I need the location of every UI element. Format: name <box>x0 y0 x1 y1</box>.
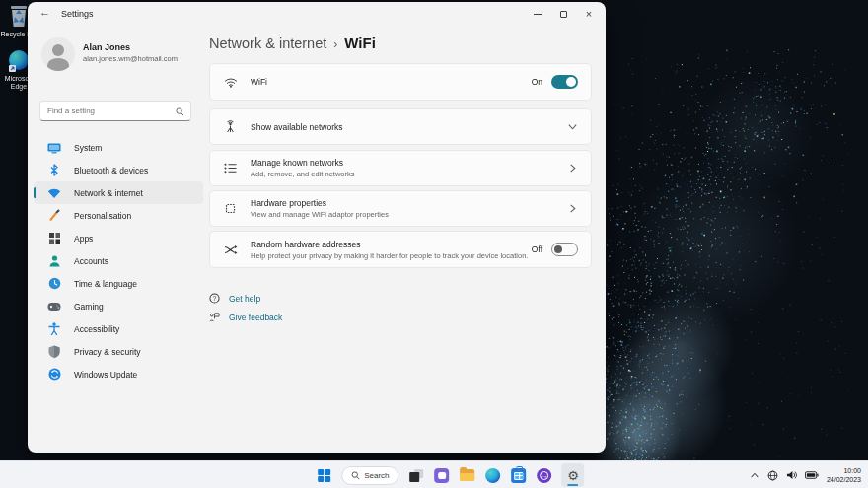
feedback-icon <box>209 312 221 322</box>
accessibility-icon <box>47 322 61 336</box>
tray-date: 24/02/2023 <box>827 475 861 484</box>
personalisation-icon <box>47 209 61 223</box>
card-subtitle: View and manage WiFi adaptor properties <box>251 210 546 219</box>
card-manage-known-networks[interactable]: Manage known networks Add, remove, and e… <box>209 150 592 186</box>
minimize-icon <box>534 14 542 15</box>
card-title: Show available networks <box>251 122 567 132</box>
folder-icon <box>461 469 475 481</box>
card-title: Random hardware addresses <box>251 240 532 249</box>
window-title: Settings <box>61 9 94 19</box>
maximize-icon <box>560 11 567 18</box>
speaker-icon[interactable] <box>786 470 797 480</box>
sidebar-item-accessibility[interactable]: Accessibility <box>34 317 203 340</box>
search-input[interactable] <box>47 103 176 119</box>
broadcast-icon <box>223 120 238 133</box>
privacy-icon <box>47 345 61 359</box>
close-icon: × <box>586 9 592 20</box>
minimize-button[interactable] <box>525 2 550 26</box>
breadcrumb: Network & internet › WiFi <box>209 35 606 51</box>
random-hw-toggle[interactable] <box>551 243 578 256</box>
tray-clock[interactable]: 10:00 24/02/2023 <box>827 466 861 484</box>
close-button[interactable]: × <box>576 2 602 26</box>
settings-main-panel: Network & internet › WiFi WiFi On Show a… <box>209 26 606 453</box>
network-icon <box>47 186 61 200</box>
search-box[interactable] <box>39 101 191 121</box>
page-title: WiFi <box>344 35 376 51</box>
wifi-icon <box>223 76 238 88</box>
maximize-button[interactable] <box>550 2 576 26</box>
breadcrumb-separator: › <box>333 37 337 51</box>
accounts-icon <box>47 254 61 268</box>
sidebar-item-privacy-security[interactable]: Privacy & security <box>34 340 203 363</box>
tray-time: 10:00 <box>827 466 861 475</box>
file-explorer-button[interactable] <box>460 467 476 484</box>
breadcrumb-parent[interactable]: Network & internet <box>209 35 326 51</box>
chevron-right-icon <box>567 163 578 174</box>
settings-window: ← Settings × Alan Jones alan.jones.wm@ho… <box>28 2 606 453</box>
edge-button[interactable] <box>485 467 502 484</box>
taskbar: Search → ⚙ 10:00 24/02/2023 <box>0 460 868 488</box>
sidebar-item-apps[interactable]: Apps <box>34 227 203 249</box>
sidebar-item-accounts[interactable]: Accounts <box>34 249 203 272</box>
card-hardware-properties[interactable]: Hardware properties View and manage WiFi… <box>209 190 592 227</box>
tray-chevron-up-icon[interactable] <box>750 471 760 479</box>
card-subtitle: Help protect your privacy by making it h… <box>251 251 532 260</box>
get-help-link[interactable]: ? Get help <box>209 293 606 304</box>
windows-logo-icon <box>318 469 330 482</box>
system-icon <box>47 141 61 155</box>
start-button[interactable] <box>316 467 332 484</box>
taskbar-search[interactable]: Search <box>341 466 398 485</box>
chevron-right-icon <box>567 203 578 214</box>
give-feedback-link[interactable]: Give feedback <box>209 312 606 322</box>
svg-text:?: ? <box>213 295 217 302</box>
sidebar-item-personalisation[interactable]: Personalisation <box>34 204 203 227</box>
settings-sidebar: Alan Jones alan.jones.wm@hotmail.com Sys… <box>28 26 209 453</box>
sidebar-nav: System Bluetooth & devices Network & int… <box>28 136 209 385</box>
list-icon <box>223 163 238 174</box>
task-view-button[interactable] <box>408 467 425 484</box>
active-app-indicator <box>568 484 579 486</box>
sidebar-item-system[interactable]: System <box>34 136 203 159</box>
card-random-hardware-addresses: Random hardware addresses Help protect y… <box>209 231 592 268</box>
bluetooth-icon <box>47 164 61 177</box>
battery-icon[interactable] <box>805 471 819 479</box>
gaming-icon <box>47 300 61 314</box>
search-icon <box>176 107 184 116</box>
store-icon <box>512 468 527 483</box>
search-icon <box>351 471 360 480</box>
card-title: Manage known networks <box>251 158 567 168</box>
sidebar-item-gaming[interactable]: Gaming <box>34 295 203 317</box>
card-title: Hardware properties <box>251 198 567 208</box>
edge-icon <box>486 468 501 483</box>
time-language-icon <box>47 277 61 291</box>
shuffle-icon <box>223 244 238 255</box>
sidebar-item-time-language[interactable]: Time & language <box>34 272 203 295</box>
settings-app-button-active[interactable]: ⚙ <box>562 463 585 487</box>
card-wifi: WiFi On <box>209 63 592 101</box>
help-icon: ? <box>209 293 221 304</box>
chevron-down-icon <box>567 121 578 132</box>
purple-arrow-app-button[interactable]: → <box>537 467 553 484</box>
random-hw-toggle-state: Off <box>532 244 542 254</box>
profile-email: alan.jones.wm@hotmail.com <box>83 54 178 63</box>
network-globe-icon[interactable] <box>767 470 778 481</box>
gear-icon: ⚙ <box>567 469 579 482</box>
title-bar[interactable]: ← Settings × <box>28 2 606 26</box>
windows-update-icon <box>47 368 61 382</box>
card-show-available-networks[interactable]: Show available networks <box>209 108 592 145</box>
sidebar-item-network-internet[interactable]: Network & internet <box>34 181 203 204</box>
sidebar-item-bluetooth-devices[interactable]: Bluetooth & devices <box>34 159 203 181</box>
chat-button[interactable] <box>434 467 451 484</box>
task-view-icon <box>409 469 423 482</box>
avatar[interactable] <box>41 37 75 71</box>
microsoft-store-button[interactable] <box>511 467 528 484</box>
apps-icon <box>47 232 61 245</box>
wifi-toggle-state: On <box>532 77 542 87</box>
sidebar-item-windows-update[interactable]: Windows Update <box>34 363 203 385</box>
purple-arrow-app-icon: → <box>538 468 552 483</box>
wifi-toggle[interactable] <box>551 75 578 89</box>
chat-icon <box>435 468 450 483</box>
back-arrow-icon[interactable]: ← <box>39 6 50 18</box>
profile-name: Alan Jones <box>83 42 130 52</box>
card-subtitle: Add, remove, and edit networks <box>251 170 546 178</box>
